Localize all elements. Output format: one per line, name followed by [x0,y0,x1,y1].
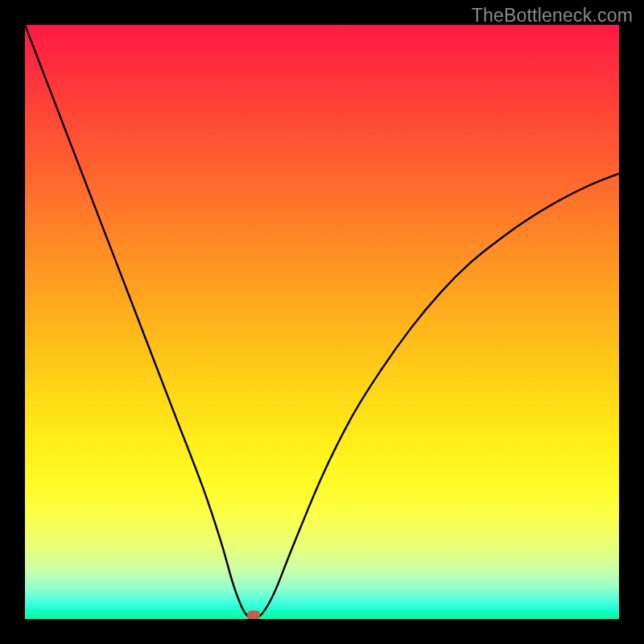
watermark-text: TheBottleneck.com [472,5,633,27]
plot-area [25,25,619,619]
chart-frame: TheBottleneck.com [0,0,644,644]
minimum-marker [247,611,260,620]
bottleneck-curve [25,25,619,619]
